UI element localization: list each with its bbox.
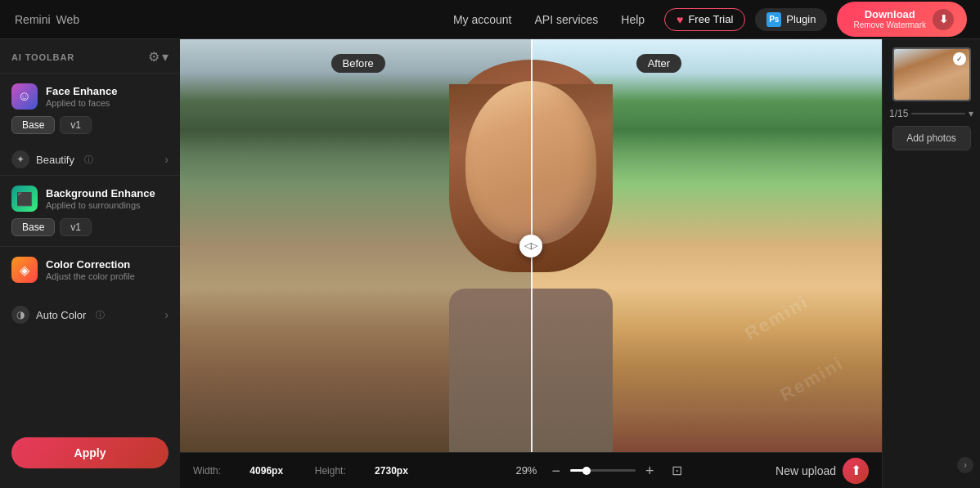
beautify-chevron: › (164, 153, 169, 166)
photo-counter: 1/15 ▾ (889, 108, 973, 119)
beautify-item[interactable]: ✦ Beautify ⓘ › (0, 144, 180, 175)
main-layout: AI TOOLBAR ⚙ ▾ ☺ Face Enhance Applied to… (0, 39, 980, 488)
beautify-name: Beautify (36, 154, 74, 166)
sidebar: AI TOOLBAR ⚙ ▾ ☺ Face Enhance Applied to… (0, 39, 180, 488)
right-panel: ✓ 1/15 ▾ Add photos › (882, 39, 980, 488)
bg-enhance-name: Background Enhance (46, 187, 155, 199)
logo-sub: Web (56, 13, 80, 26)
zoom-slider[interactable] (570, 469, 636, 472)
auto-color-info-icon[interactable]: ⓘ (96, 309, 105, 321)
logo: Remini Web (13, 11, 79, 28)
fit-to-screen-button[interactable]: ⊡ (670, 461, 684, 480)
bg-enhance-info: Background Enhance Applied to surroundin… (46, 187, 155, 210)
color-correction-icon: ◈ (11, 257, 38, 283)
color-correction-desc: Adjust the color profile (46, 271, 135, 281)
chevron-right-icon: › (964, 459, 967, 471)
dimensions: Width: 4096px Height: 2730px (180, 459, 420, 483)
bg-enhance-section: ⬛ Background Enhance Applied to surround… (0, 175, 180, 246)
auto-color-icon: ◑ (11, 306, 29, 324)
face-enhance-name: Face Enhance (46, 85, 117, 97)
face-enhance-info: Face Enhance Applied to faces (46, 85, 117, 108)
upload-icon: ⬆ (851, 463, 861, 478)
zoom-controls: 29% − + ⊡ (420, 461, 775, 480)
width-label: Width: (193, 465, 221, 477)
zoom-slider-thumb (582, 467, 591, 475)
counter-chevron-icon: ▾ (969, 108, 973, 119)
free-trial-button[interactable]: ♥ Free Trial (664, 8, 745, 31)
thumbnail-check-icon: ✓ (953, 52, 966, 65)
divider-arrows-icon: ◁▷ (524, 240, 537, 251)
bg-enhance-icon: ⬛ (11, 186, 38, 212)
after-label: After (636, 54, 681, 73)
bottom-bar: Width: 4096px Height: 2730px 29% − + ⊡ N… (180, 452, 882, 488)
color-correction-info: Color Correction Adjust the color profil… (46, 258, 135, 281)
ai-toolbar-header: AI TOOLBAR ⚙ ▾ (0, 49, 180, 73)
bg-enhance-versions: Base v1 (11, 218, 169, 236)
download-text: Download Remove Watermark (853, 8, 926, 31)
header: Remini Web My account API services Help … (0, 0, 980, 39)
counter-line (911, 113, 965, 114)
new-upload-button[interactable]: ⬆ (843, 458, 869, 484)
color-correction-item: ◈ Color Correction Adjust the color prof… (11, 257, 169, 283)
settings-chevron: ▾ (162, 49, 169, 65)
beautify-icon: ✦ (11, 150, 29, 168)
before-label: Before (331, 54, 385, 73)
face-enhance-icon: ☺ (11, 83, 38, 110)
height-value: 2730px (375, 465, 408, 477)
nav-my-account[interactable]: My account (453, 13, 512, 26)
beautify-info-icon[interactable]: ⓘ (84, 154, 93, 166)
bg-base-btn[interactable]: Base (11, 218, 55, 236)
face-enhance-section: ☺ Face Enhance Applied to faces Base v1 (0, 73, 180, 144)
canvas-area: Before After ◁▷ Remini Remini (180, 39, 882, 452)
apply-section: Apply (0, 428, 180, 478)
face-enhance-base-btn[interactable]: Base (11, 116, 55, 134)
auto-color-name: Auto Color (36, 309, 86, 321)
free-trial-label: Free Trial (688, 13, 733, 25)
settings-icon: ⚙ (148, 49, 160, 65)
zoom-minus-button[interactable]: − (548, 463, 564, 478)
download-icon: ⬇ (933, 9, 954, 30)
color-correction-name: Color Correction (46, 258, 135, 271)
ai-toolbar-label: AI TOOLBAR (11, 52, 74, 62)
new-upload-label: New upload (775, 464, 836, 477)
bg-enhance-item: ⬛ Background Enhance Applied to surround… (11, 186, 169, 212)
plugin-button[interactable]: Ps Plugin (755, 8, 827, 31)
bg-enhance-desc: Applied to surroundings (46, 200, 155, 210)
nav-api-services[interactable]: API services (534, 13, 598, 26)
plugin-label: Plugin (786, 13, 816, 25)
width-value: 4096px (249, 465, 283, 477)
zoom-plus-button[interactable]: + (642, 463, 658, 478)
divider-handle[interactable]: ◁▷ (519, 235, 542, 257)
expand-panel-button[interactable]: › (957, 457, 973, 473)
nav-links: My account API services Help (453, 13, 645, 26)
download-button[interactable]: Download Remove Watermark ⬇ (837, 2, 967, 38)
face-enhance-item: ☺ Face Enhance Applied to faces (11, 83, 169, 110)
add-photos-button[interactable]: Add photos (892, 126, 971, 150)
face-enhance-desc: Applied to faces (46, 98, 117, 108)
thumbnail[interactable]: ✓ (892, 47, 971, 101)
zoom-percent: 29% (510, 464, 542, 477)
auto-color-item[interactable]: ◑ Auto Color ⓘ › (0, 299, 180, 330)
auto-color-chevron: › (164, 308, 169, 321)
height-label: Height: (315, 465, 346, 477)
color-correction-section: ◈ Color Correction Adjust the color prof… (0, 246, 180, 299)
counter-text: 1/15 (889, 108, 908, 119)
apply-button[interactable]: Apply (11, 437, 169, 468)
new-upload-section: New upload ⬆ (775, 458, 882, 484)
settings-icon-btn[interactable]: ⚙ ▾ (148, 49, 169, 65)
nav-help[interactable]: Help (621, 13, 645, 26)
face-enhance-versions: Base v1 (11, 116, 169, 134)
ps-icon: Ps (766, 12, 781, 27)
image-container: Before After ◁▷ Remini Remini (180, 39, 882, 452)
bg-v1-btn[interactable]: v1 (60, 218, 92, 236)
face-enhance-v1-btn[interactable]: v1 (60, 116, 92, 134)
logo-text: Remini (15, 13, 51, 26)
heart-icon: ♥ (677, 13, 683, 26)
